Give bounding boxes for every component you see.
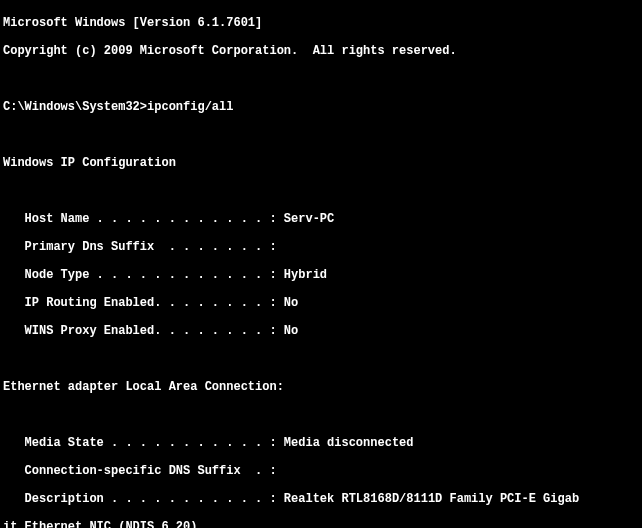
blank-line bbox=[3, 184, 642, 198]
host-name-label: Host Name . . . . . . . . . . . . : bbox=[3, 212, 284, 226]
blank-line bbox=[3, 408, 642, 422]
terminal-output: Microsoft Windows [Version 6.1.7601] Cop… bbox=[0, 0, 642, 528]
adapter1-dns-suffix: Connection-specific DNS Suffix . : bbox=[3, 464, 642, 478]
primary-dns-line: Primary Dns Suffix . . . . . . . : bbox=[3, 240, 642, 254]
node-type-label: Node Type . . . . . . . . . . . . : bbox=[3, 268, 284, 282]
dns-suffix-label: Connection-specific DNS Suffix . : bbox=[3, 464, 277, 478]
primary-dns-label: Primary Dns Suffix . . . . . . . : bbox=[3, 240, 277, 254]
ip-routing-value: No bbox=[284, 296, 298, 310]
adapter1-title: Ethernet adapter Local Area Connection: bbox=[3, 380, 642, 394]
host-name-value: Serv-PC bbox=[284, 212, 334, 226]
copyright-line: Copyright (c) 2009 Microsoft Corporation… bbox=[3, 44, 642, 58]
description-value: Realtek RTL8168D/8111D Family PCI-E Giga… bbox=[284, 492, 579, 506]
ip-routing-line: IP Routing Enabled. . . . . . . . : No bbox=[3, 296, 642, 310]
os-version-line: Microsoft Windows [Version 6.1.7601] bbox=[3, 16, 642, 30]
blank-line bbox=[3, 72, 642, 86]
adapter1-description: Description . . . . . . . . . . . : Real… bbox=[3, 492, 642, 506]
wins-proxy-line: WINS Proxy Enabled. . . . . . . . : No bbox=[3, 324, 642, 338]
adapter1-media-state: Media State . . . . . . . . . . . : Medi… bbox=[3, 436, 642, 450]
node-type-line: Node Type . . . . . . . . . . . . : Hybr… bbox=[3, 268, 642, 282]
wins-proxy-label: WINS Proxy Enabled. . . . . . . . : bbox=[3, 324, 284, 338]
adapter1-description-continued: it Ethernet NIC (NDIS 6.20) bbox=[3, 520, 642, 528]
blank-line bbox=[3, 352, 642, 366]
host-name-line: Host Name . . . . . . . . . . . . : Serv… bbox=[3, 212, 642, 226]
description-label: Description . . . . . . . . . . . : bbox=[3, 492, 284, 506]
node-type-value: Hybrid bbox=[284, 268, 327, 282]
media-state-value: Media disconnected bbox=[284, 436, 414, 450]
ip-routing-label: IP Routing Enabled. . . . . . . . : bbox=[3, 296, 284, 310]
blank-line bbox=[3, 128, 642, 142]
wins-proxy-value: No bbox=[284, 324, 298, 338]
command-line-1: C:\Windows\System32>ipconfig/all bbox=[3, 100, 642, 114]
ipconfig-header: Windows IP Configuration bbox=[3, 156, 642, 170]
media-state-label: Media State . . . . . . . . . . . : bbox=[3, 436, 284, 450]
